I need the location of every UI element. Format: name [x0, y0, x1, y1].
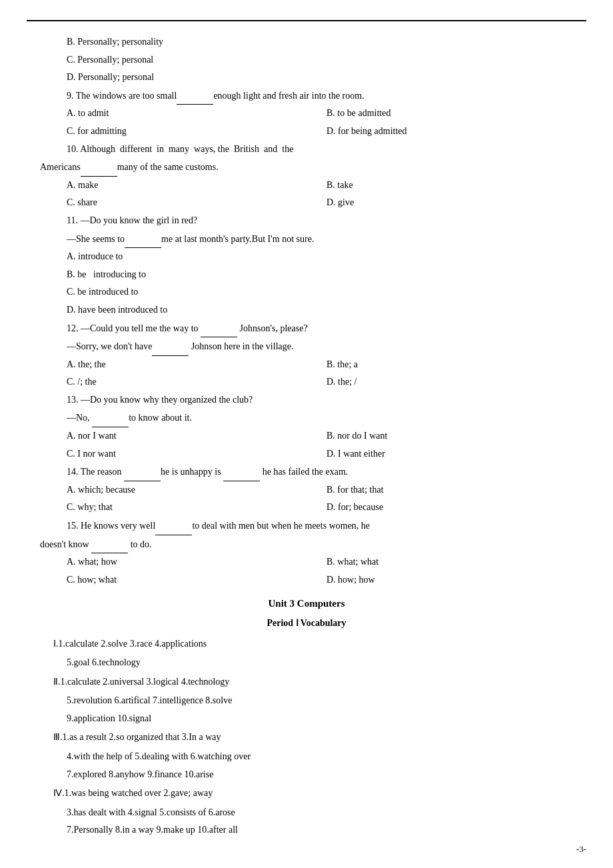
options-q12-cd: C. /; the D. the; /: [27, 373, 586, 391]
options-q14-cd: C. why; that D. for; because: [27, 499, 586, 517]
option-d-1: D. Personally; personal: [27, 69, 586, 87]
options-q13-cd: C. I nor want D. I want either: [27, 445, 586, 463]
roman-numeral-2: Ⅱ.: [53, 677, 61, 687]
options-q15-cd: C. how; what D. how; how: [27, 571, 586, 589]
question-11-b: —She seems to me at last month's party.B…: [27, 230, 586, 249]
blank-q13: [92, 409, 129, 427]
period-title: Period Ⅰ Vocabulary: [27, 615, 586, 633]
blank-q14b: [223, 463, 260, 481]
option-a-q11: A. introduce to: [27, 248, 586, 266]
option-a: A. which; because: [67, 481, 326, 499]
option-d: D. how; how: [326, 571, 586, 589]
exercise-2-line-3: 9.application 10.signal: [27, 710, 586, 728]
option-c: C. share: [67, 194, 326, 212]
question-15: 15. He knows very well to deal with men …: [27, 517, 586, 535]
option-c-1: C. Personally; personal: [27, 51, 586, 69]
exercise-2-line-2: 5.revolution 6.artifical 7.intelligence …: [27, 692, 586, 710]
option-c: C. for admitting: [67, 123, 326, 141]
top-divider: [27, 20, 586, 21]
blank-q9: [177, 87, 213, 105]
question-13: 13. —Do you know why they organized the …: [27, 391, 586, 409]
question-13-b: —No, to know about it.: [27, 409, 586, 427]
blank-q11: [125, 230, 161, 249]
roman-numeral-4: Ⅳ.: [53, 788, 65, 798]
page-number: -3-: [576, 844, 586, 855]
question-11: 11. —Do you know the girl in red?: [27, 212, 586, 230]
exercise-1-line-1: 1.calculate 2.solve 3.race 4.application…: [59, 639, 207, 649]
exercise-2: Ⅱ.1.calculate 2.universal 3.logical 4.te…: [27, 673, 586, 691]
option-d: D. the; /: [326, 373, 586, 391]
unit-title: Unit 3 Computers: [27, 594, 586, 613]
options-q14-ab: A. which; because B. for that; that: [27, 481, 586, 499]
options-q9-cd: C. for admitting D. for being admitted: [27, 123, 586, 141]
option-b: B. what; what: [326, 553, 586, 571]
option-b: B. the; a: [326, 356, 586, 374]
option-a: A. what; how: [67, 553, 326, 571]
option-d: D. for; because: [326, 499, 586, 517]
option-c: C. how; what: [67, 571, 326, 589]
options-q10-cd: C. share D. give: [27, 194, 586, 212]
exercise-1: Ⅰ.1.calculate 2.solve 3.race 4.applicati…: [27, 635, 586, 653]
option-b: B. take: [326, 177, 586, 195]
exercise-2-line-1: 1.calculate 2.universal 3.logical 4.tech…: [61, 677, 230, 687]
exercise-4: Ⅳ.1.was being watched over 2.gave; away: [27, 785, 586, 803]
option-a: A. to admit: [67, 105, 326, 123]
exercise-3-line-3: 7.explored 8.anyhow 9.finance 10.arise: [27, 766, 586, 784]
option-c: C. /; the: [67, 373, 326, 391]
question-10: 10. Although different in many ways, the…: [27, 141, 586, 159]
exercise-4-line-1: 1.was being watched over 2.gave; away: [65, 788, 213, 798]
question-15-wrap: doesn't know to do.: [27, 535, 586, 554]
option-d: D. I want either: [326, 445, 586, 463]
option-d: D. for being admitted: [326, 123, 586, 141]
option-a: A. the; the: [67, 356, 326, 374]
blank-q14a: [124, 463, 161, 481]
exercise-1-line-2: 5.goal 6.technology: [27, 654, 586, 672]
roman-numeral-3: Ⅲ.: [53, 732, 63, 742]
option-c-q11: C. be introduced to: [27, 283, 586, 301]
option-b: B. to be admitted: [326, 105, 586, 123]
blank-q12a: [201, 319, 237, 338]
question-12-b: —Sorry, we don't have Johnson here in th…: [27, 337, 586, 356]
option-b: B. nor do I want: [326, 427, 586, 445]
option-d: D. give: [326, 194, 586, 212]
option-a: A. nor I want: [67, 427, 326, 445]
option-c: C. I nor want: [67, 445, 326, 463]
exercise-3-line-1: 1.as a result 2.so organized that 3.In a…: [63, 732, 221, 742]
main-content: B. Personally; personality C. Personally…: [27, 33, 586, 839]
blank-q10: [81, 158, 117, 177]
blank-q15a: [155, 517, 192, 535]
question-10-wrap: Americans many of the same customs.: [27, 158, 586, 177]
options-q9: A. to admit B. to be admitted: [27, 105, 586, 123]
options-q13-ab: A. nor I want B. nor do I want: [27, 427, 586, 445]
option-b: B. for that; that: [326, 481, 586, 499]
roman-numeral-1: Ⅰ.: [53, 639, 59, 649]
exercise-3: Ⅲ.1.as a result 2.so organized that 3.In…: [27, 729, 586, 747]
question-12: 12. —Could you tell me the way to Johnso…: [27, 319, 586, 338]
option-b-q11: B. be introducing to: [27, 266, 586, 284]
exercise-4-line-2: 3.has dealt with 4.signal 5.consists of …: [27, 804, 586, 822]
question-9: 9. The windows are too small enough ligh…: [27, 87, 586, 105]
options-q12-ab: A. the; the B. the; a: [27, 356, 586, 374]
blank-q12b: [152, 337, 189, 356]
exercise-4-line-3: 7.Personally 8.in a way 9.make up 10.aft…: [27, 821, 586, 839]
blank-q15b: [91, 535, 128, 554]
exercise-3-line-2: 4.with the help of 5.dealing with 6.watc…: [27, 748, 586, 766]
question-14: 14. The reason he is unhappy is he has f…: [27, 463, 586, 481]
option-a: A. make: [67, 177, 326, 195]
option-b-1: B. Personally; personality: [27, 33, 586, 51]
option-c: C. why; that: [67, 499, 326, 517]
option-d-q11: D. have been introduced to: [27, 301, 586, 319]
options-q10-ab: A. make B. take: [27, 177, 586, 195]
options-q15-ab: A. what; how B. what; what: [27, 553, 586, 571]
